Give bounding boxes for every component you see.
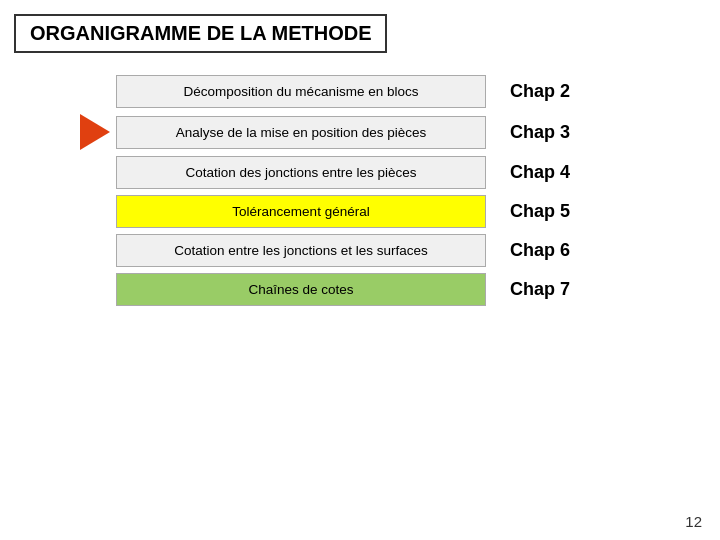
- diagram-row-5: Cotation entre les jonctions et les surf…: [60, 234, 680, 267]
- box-2: Analyse de la mise en position des pièce…: [116, 116, 486, 149]
- page-number: 12: [685, 513, 702, 530]
- arrow-container-2: [60, 114, 110, 150]
- diagram-row-4: Tolérancement général Chap 5: [60, 195, 680, 228]
- diagram-area: Décomposition du mécanisme en blocs Chap…: [60, 75, 680, 312]
- chap-label-1: Chap 2: [510, 81, 590, 102]
- box-4: Tolérancement général: [116, 195, 486, 228]
- diagram-row-6: Chaînes de cotes Chap 7: [60, 273, 680, 306]
- chap-label-4: Chap 5: [510, 201, 590, 222]
- chap-label-2: Chap 3: [510, 122, 590, 143]
- box-5: Cotation entre les jonctions et les surf…: [116, 234, 486, 267]
- diagram-row-2: Analyse de la mise en position des pièce…: [60, 114, 680, 150]
- chap-label-5: Chap 6: [510, 240, 590, 261]
- arrow-icon-2: [80, 114, 110, 150]
- chap-label-6: Chap 7: [510, 279, 590, 300]
- diagram-row-3: Cotation des jonctions entre les pièces …: [60, 156, 680, 189]
- box-3: Cotation des jonctions entre les pièces: [116, 156, 486, 189]
- chap-label-3: Chap 4: [510, 162, 590, 183]
- box-6: Chaînes de cotes: [116, 273, 486, 306]
- page-title: ORGANIGRAMME DE LA METHODE: [14, 14, 387, 53]
- diagram-row-1: Décomposition du mécanisme en blocs Chap…: [60, 75, 680, 108]
- box-1: Décomposition du mécanisme en blocs: [116, 75, 486, 108]
